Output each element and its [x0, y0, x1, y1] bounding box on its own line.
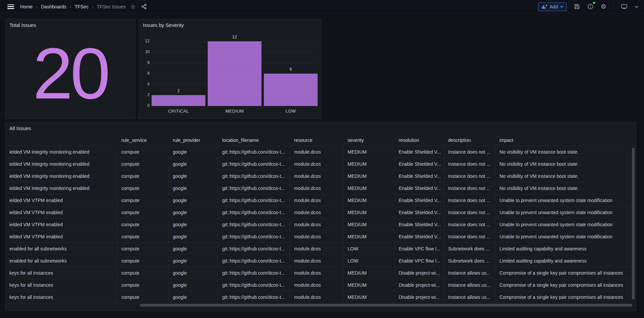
table-cell: MEDIUM — [344, 291, 395, 303]
panel-title-all-issues[interactable]: All Issues — [5, 122, 636, 131]
y-tick-label: 10 — [139, 49, 150, 54]
table-cell: compute — [117, 291, 169, 303]
table-cell: Instance does not ... — [444, 194, 495, 206]
breadcrumb-dashboards[interactable]: Dashboards — [41, 4, 67, 9]
table-cell: MEDIUM — [344, 194, 395, 206]
table-cell: ielded VM VTPM enabled — [5, 231, 117, 243]
breadcrumb-separator: › — [36, 4, 38, 9]
column-header-impact[interactable]: impact — [495, 134, 637, 146]
add-button-label: Add — [550, 4, 558, 9]
vertical-scrollbar[interactable] — [632, 148, 635, 300]
table-cell: module.dcos — [290, 158, 344, 170]
issues-by-severity-panel: Issues by Severity 2CRITICAL12MEDIUM6LOW… — [138, 19, 322, 119]
share-button[interactable] — [141, 4, 147, 9]
bar-low[interactable] — [264, 74, 318, 106]
hamburger-menu-button[interactable] — [7, 4, 14, 9]
table-cell: module.dcos — [290, 279, 344, 291]
table-cell: No visibility of VM instance boot state. — [495, 170, 637, 182]
table-cell: compute — [117, 218, 169, 231]
gridline — [152, 74, 318, 74]
table-cell: module.dcos — [290, 218, 344, 231]
breadcrumb-home[interactable]: Home — [20, 4, 33, 9]
save-icon — [574, 3, 580, 10]
table-body: ielded VM integrity monitoring enabledco… — [5, 146, 637, 303]
table-cell: Disable project-wi... — [395, 291, 444, 303]
table-cell: git::https://github.com/dcos-t... — [218, 231, 290, 243]
table-row: keys for all instancescomputegooglegit::… — [5, 279, 637, 291]
table-cell: Instance does not ... — [444, 206, 495, 218]
nav-actions: Add — [538, 2, 639, 11]
y-tick-label: 8 — [139, 60, 150, 65]
table-cell: Enable Shielded V... — [395, 194, 444, 206]
gridline — [152, 52, 318, 52]
nav-divider — [613, 3, 614, 10]
table-cell: MEDIUM — [344, 218, 395, 231]
table-cell: google — [169, 279, 218, 291]
breadcrumb: Home › Dashboards › TFSec › TFSec Issues — [20, 4, 126, 9]
stat-wrap: 20 — [5, 19, 135, 119]
table-cell: No visibility of VM instance boot state. — [495, 146, 637, 158]
table-cell: module.dcos — [290, 267, 344, 279]
table-cell: enabled for all subnetworks — [5, 243, 117, 255]
info-button[interactable] — [587, 3, 594, 10]
table-cell: MEDIUM — [344, 170, 395, 182]
column-header-rule_provider[interactable]: rule_provider — [169, 134, 218, 146]
gridline — [152, 63, 318, 63]
table-cell: compute — [117, 231, 169, 243]
table-row: keys for all instancescomputegooglegit::… — [5, 291, 637, 303]
table-row: ielded VM VTPM enabledcomputegooglegit::… — [5, 218, 637, 231]
table-cell: ielded VM integrity monitoring enabled — [5, 146, 117, 158]
table-cell: google — [169, 255, 218, 267]
table-cell: compute — [117, 279, 169, 291]
column-header-location_filename[interactable]: location_filename — [218, 134, 290, 146]
dashboard-page: Home › Dashboards › TFSec › TFSec Issues… — [0, 0, 644, 318]
table-cell: No visibility of VM instance boot state. — [495, 182, 637, 194]
table-cell: Enable Shielded V... — [395, 158, 444, 170]
table-cell: module.dcos — [290, 291, 344, 303]
table-cell: ielded VM VTPM enabled — [5, 206, 117, 218]
add-button[interactable]: Add — [538, 2, 567, 11]
table-cell: compute — [117, 206, 169, 218]
column-header-resource[interactable]: resource — [290, 134, 344, 146]
online-status-dot — [593, 2, 595, 4]
table-cell: keys for all instances — [5, 267, 117, 279]
y-tick-label: 2 — [139, 92, 150, 97]
table-cell: LOW — [344, 243, 395, 255]
table-cell: git::https://github.com/dcos-t... — [218, 291, 290, 303]
table-cell: Subnetwork does ... — [444, 243, 495, 255]
save-dashboard-button[interactable] — [574, 3, 580, 10]
table-row: enabled for all subnetworkscomputegoogle… — [5, 255, 637, 267]
column-header-issue[interactable] — [5, 134, 117, 146]
table-cell: google — [169, 194, 218, 206]
table-cell: google — [169, 243, 218, 255]
column-header-resolution[interactable]: resolution — [395, 134, 444, 146]
gridline — [152, 106, 318, 106]
breadcrumb-tfsec[interactable]: TFSec — [75, 4, 88, 9]
favorite-star-button[interactable]: ☆ — [130, 4, 136, 10]
table-cell: google — [169, 291, 218, 303]
table-cell: git::https://github.com/dcos-t... — [218, 218, 290, 231]
table-cell: Instance does not ... — [444, 182, 495, 194]
chevron-down-icon — [635, 5, 639, 8]
top-nav: Home › Dashboards › TFSec › TFSec Issues… — [0, 0, 644, 13]
horizontal-scrollbar[interactable] — [140, 304, 632, 307]
dashboard-insights — [587, 3, 594, 10]
collapse-nav-button[interactable] — [635, 5, 639, 8]
table-cell: compute — [117, 182, 169, 194]
table-cell: Disable project-wi... — [395, 267, 444, 279]
share-icon — [141, 4, 147, 9]
table-cell: git::https://github.com/dcos-t... — [218, 267, 290, 279]
table-cell: google — [169, 182, 218, 194]
column-header-severity[interactable]: severity — [344, 134, 395, 146]
column-header-rule_service[interactable]: rule_service — [117, 134, 169, 146]
bar-value-label: 6 — [264, 67, 318, 72]
table-row: ielded VM VTPM enabledcomputegooglegit::… — [5, 194, 637, 206]
table-cell: git::https://github.com/dcos-t... — [218, 243, 290, 255]
table-row: ielded VM integrity monitoring enabledco… — [5, 170, 637, 182]
table-cell: Instance allows us... — [444, 279, 495, 291]
tv-mode-button[interactable] — [621, 4, 628, 10]
dashboard-settings-button[interactable]: ⚙ — [601, 3, 606, 10]
bar-critical[interactable] — [152, 95, 205, 106]
column-header-description[interactable]: description — [444, 134, 495, 146]
table-cell: git::https://github.com/dcos-t... — [218, 194, 290, 206]
